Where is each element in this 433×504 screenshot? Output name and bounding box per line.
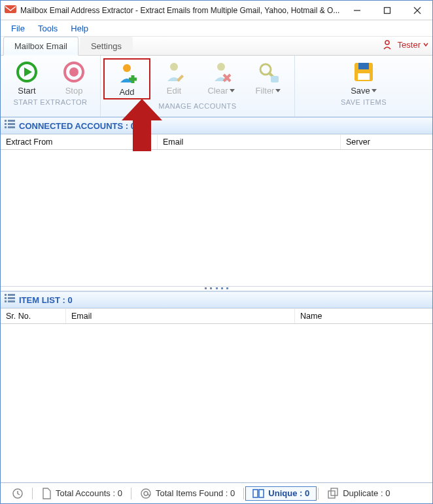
menu-file[interactable]: File <box>5 22 31 35</box>
item-list-header: ITEM LIST : 0 <box>1 291 432 308</box>
svg-rect-32 <box>5 300 7 302</box>
svg-point-5 <box>385 41 389 45</box>
chevron-down-icon <box>423 42 428 47</box>
list-icon <box>5 120 15 132</box>
filter-button-label: Filter <box>256 86 275 96</box>
svg-rect-33 <box>8 300 15 302</box>
start-button-label: Start <box>18 86 35 96</box>
at-icon <box>140 488 152 499</box>
tab-mailbox-email[interactable]: Mailbox Email <box>3 37 78 56</box>
svg-rect-23 <box>8 120 15 122</box>
filter-icon <box>256 60 281 84</box>
tab-settings[interactable]: Settings <box>80 37 133 55</box>
status-history[interactable] <box>5 486 31 501</box>
col-server[interactable]: Server <box>341 135 432 149</box>
col-email[interactable]: Email <box>158 135 341 149</box>
menu-help[interactable]: Help <box>64 22 95 35</box>
user-label: Tester <box>398 40 421 50</box>
svg-line-3 <box>414 7 421 14</box>
col-srno[interactable]: Sr. No. <box>1 309 66 323</box>
close-button[interactable] <box>402 1 432 20</box>
svg-point-13 <box>217 63 225 71</box>
edit-user-icon <box>162 60 186 84</box>
svg-rect-20 <box>358 63 369 69</box>
ribbon: Start Stop START EXTRACTOR Add Edit <box>1 56 432 117</box>
save-button-label: Save <box>351 86 370 96</box>
user-icon <box>383 39 395 50</box>
connected-columns: Extract From Email Server <box>1 134 432 150</box>
chevron-down-icon <box>230 89 235 92</box>
status-bar: Total Accounts : 0 Total Items Found : 0… <box>1 482 432 503</box>
maximize-button[interactable] <box>372 1 402 20</box>
history-icon <box>12 488 24 499</box>
add-user-icon <box>114 61 139 86</box>
window-title: Mailbox Email Address Extractor - Extrac… <box>20 6 342 15</box>
window-controls <box>342 1 432 20</box>
edit-button[interactable]: Edit <box>150 58 198 99</box>
connected-accounts-header: CONNECTED ACCOUNTS : 0 <box>1 117 432 134</box>
svg-rect-25 <box>8 123 15 125</box>
clear-user-icon <box>209 60 234 84</box>
ribbon-caption-start: START EXTRACTOR <box>13 98 87 108</box>
unique-icon <box>252 488 264 499</box>
user-menu[interactable]: Tester <box>383 39 428 50</box>
svg-point-36 <box>144 492 148 495</box>
svg-rect-22 <box>5 120 7 122</box>
svg-rect-18 <box>271 76 279 82</box>
status-duplicate[interactable]: Duplicate : 0 <box>320 486 397 501</box>
status-total-items[interactable]: Total Items Found : 0 <box>133 486 242 501</box>
status-total-accounts-text: Total Accounts : 0 <box>56 488 122 498</box>
stop-button[interactable]: Stop <box>50 58 97 96</box>
play-icon <box>14 60 39 84</box>
svg-rect-24 <box>5 123 7 125</box>
svg-rect-27 <box>8 126 15 128</box>
status-unique-text: Unique : 0 <box>268 488 309 498</box>
save-icon <box>351 60 376 84</box>
clear-button[interactable]: Clear <box>198 58 245 99</box>
svg-line-4 <box>414 7 421 14</box>
svg-rect-21 <box>358 73 370 80</box>
doc-icon <box>41 488 52 499</box>
hint-arrow-icon <box>122 99 162 154</box>
menu-tools[interactable]: Tools <box>31 22 64 35</box>
item-columns: Sr. No. Email Name <box>1 308 432 324</box>
dup-icon <box>327 488 339 499</box>
status-total-items-text: Total Items Found : 0 <box>156 488 235 498</box>
svg-rect-29 <box>8 294 15 296</box>
stop-button-label: Stop <box>65 86 83 96</box>
minimize-button[interactable] <box>342 1 372 20</box>
add-button[interactable]: Add <box>103 58 150 99</box>
connected-accounts-title: CONNECTED ACCOUNTS : 0 <box>19 121 135 131</box>
app-window: Mailbox Email Address Extractor - Extrac… <box>0 0 433 504</box>
chevron-down-icon <box>372 89 377 92</box>
svg-point-8 <box>69 67 78 77</box>
svg-point-12 <box>170 63 178 71</box>
svg-rect-39 <box>328 491 335 498</box>
svg-rect-26 <box>5 126 7 128</box>
edit-button-label: Edit <box>167 86 181 96</box>
ribbon-caption-manage: MANAGE ACCOUNTS <box>158 102 236 112</box>
splitter[interactable] <box>1 286 432 291</box>
svg-point-16 <box>260 64 271 75</box>
svg-point-9 <box>123 64 131 72</box>
save-button[interactable]: Save <box>340 58 387 96</box>
svg-rect-30 <box>5 297 7 299</box>
tab-row: Mailbox Email Settings Tester <box>1 36 432 56</box>
svg-rect-37 <box>253 490 258 497</box>
svg-rect-31 <box>8 297 15 299</box>
menu-bar: File Tools Help <box>1 20 432 36</box>
filter-button[interactable]: Filter <box>245 58 292 99</box>
col-name[interactable]: Name <box>295 309 432 323</box>
svg-rect-40 <box>331 488 338 495</box>
ribbon-group-save: Save SAVE ITEMS <box>295 56 432 117</box>
status-total-accounts[interactable]: Total Accounts : 0 <box>34 486 130 501</box>
ribbon-caption-save: SAVE ITEMS <box>341 98 387 108</box>
col-item-email[interactable]: Email <box>66 309 295 323</box>
clear-button-label: Clear <box>207 86 228 96</box>
list-icon <box>5 294 15 306</box>
status-unique[interactable]: Unique : 0 <box>245 486 317 501</box>
title-bar: Mailbox Email Address Extractor - Extrac… <box>1 1 432 20</box>
add-button-label: Add <box>119 87 134 97</box>
status-duplicate-text: Duplicate : 0 <box>343 488 390 498</box>
start-button[interactable]: Start <box>3 58 50 96</box>
